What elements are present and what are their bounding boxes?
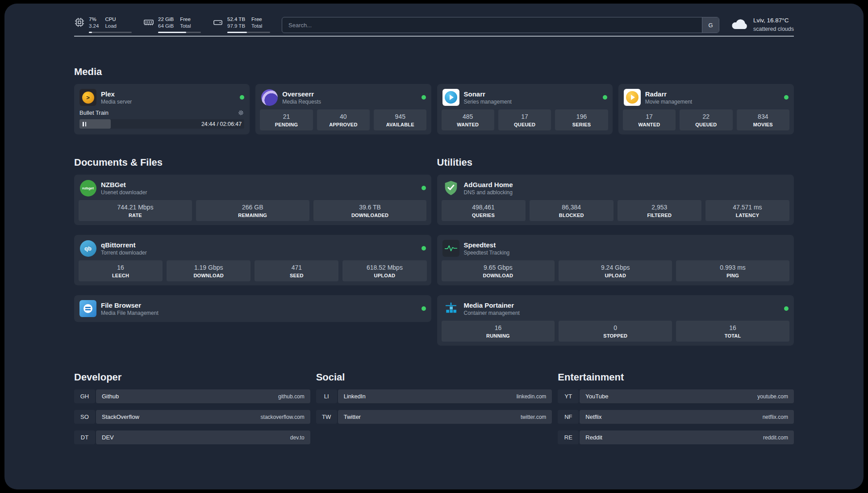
qbittorrent-header[interactable]: qb qBittorrent Torrent downloader (79, 239, 427, 260)
sonarr-stat-series: 196 SERIES (555, 109, 608, 130)
bookmark-name: Netflix (585, 414, 601, 420)
adguard-header[interactable]: AdGuard Home DNS and adblocking (442, 179, 790, 200)
plex-now-playing: Bullet Train 24:44 / 02:06:47 (79, 109, 245, 129)
bookmark-name: Twitter (344, 414, 361, 420)
memory-widget: 22 GiB 64 GiB Free Total (143, 16, 201, 33)
memory-free-value: 22 GiB (158, 16, 174, 23)
nzbget-stat-rate: 744.21 Mbps RATE (79, 200, 192, 221)
qbittorrent-stat-seed: 471 SEED (255, 260, 338, 281)
developer-section-title: Developer (74, 372, 310, 383)
overseerr-stat-available: 945 AVAILABLE (374, 109, 426, 130)
cpu-icon (74, 17, 85, 28)
bookmark-twitter[interactable]: TW Twittertwitter.com (316, 410, 552, 424)
service-card-plex: Plex Media server Bullet Train (74, 84, 250, 134)
sonarr-stat-wanted: 485 WANTED (442, 109, 494, 130)
overseerr-subtitle: Media Requests (282, 99, 321, 105)
bookmark-url: linkedin.com (517, 393, 547, 400)
plex-header[interactable]: Plex Media server (79, 88, 245, 109)
bookmark-url: stackoverflow.com (261, 414, 305, 420)
weather-condition: scattered clouds (753, 25, 794, 33)
plex-track-title: Bullet Train (79, 109, 108, 116)
filebrowser-header[interactable]: File Browser Media File Management (79, 299, 427, 318)
section-developer: Developer GH Githubgithub.com SO StackOv… (74, 372, 310, 444)
gear-icon[interactable] (238, 109, 244, 116)
social-section-title: Social (316, 372, 552, 383)
portainer-header[interactable]: Media Portainer Container management (442, 299, 790, 321)
overseerr-stat-approved: 40 APPROVED (317, 109, 370, 130)
service-card-adguard: AdGuard Home DNS and adblocking 498,461 … (437, 175, 794, 225)
bookmark-name: LinkedIn (344, 393, 366, 400)
radarr-status-dot (784, 95, 789, 100)
bookmark-url: reddit.com (763, 435, 788, 441)
bookmark-url: youtube.com (757, 393, 788, 400)
memory-total-label: Total (180, 23, 191, 29)
portainer-stat-total: 16 TOTAL (676, 321, 789, 342)
section-entertainment: Entertainment YT YouTubeyoutube.com NF N… (558, 372, 794, 444)
portainer-stat-stopped: 0 STOPPED (559, 321, 672, 342)
overseerr-status-dot (421, 95, 426, 100)
memory-icon (143, 17, 154, 28)
speedtest-header[interactable]: Speedtest Speedtest Tracking (442, 239, 790, 260)
bookmark-name: Reddit (585, 434, 602, 441)
disk-widget: 52.4 TB 97.9 TB Free Total (213, 16, 270, 33)
sonarr-subtitle: Series management (464, 99, 512, 105)
pause-icon[interactable] (83, 122, 86, 126)
bookmark-name: YouTube (585, 393, 608, 400)
bookmark-dev[interactable]: DT DEVdev.to (74, 430, 310, 444)
radarr-icon (624, 89, 641, 106)
adguard-name: AdGuard Home (464, 181, 513, 188)
adguard-icon (442, 180, 459, 196)
radarr-header[interactable]: Radarr Movie management (623, 88, 789, 109)
bookmark-linkedin[interactable]: LI LinkedInlinkedin.com (316, 389, 552, 403)
speedtest-name: Speedtest (464, 241, 510, 249)
nzbget-header[interactable]: nzbget NZBGet Usenet downloader (79, 179, 427, 200)
overseerr-name: Overseerr (282, 90, 321, 98)
bookmark-reddit[interactable]: RE Redditreddit.com (558, 430, 794, 444)
radarr-stat-movies: 834 MOVIES (737, 109, 789, 130)
bookmark-stackoverflow[interactable]: SO StackOverflowstackoverflow.com (74, 410, 310, 424)
plex-progress-bar[interactable]: 24:44 / 02:06:47 (79, 119, 244, 129)
plex-name: Plex (101, 90, 132, 98)
sonarr-icon (442, 89, 459, 106)
service-card-radarr: Radarr Movie management 17 WANTED 22 QUE… (618, 84, 794, 134)
topbar-divider (74, 36, 794, 37)
search-input[interactable] (282, 17, 702, 33)
bookmark-abbr: LI (316, 389, 337, 403)
nzbget-name: NZBGet (101, 181, 147, 188)
radarr-stat-queued: 22 QUEUED (680, 109, 732, 130)
overseerr-icon (261, 89, 278, 106)
search-provider-button[interactable]: G (702, 17, 719, 33)
overseerr-header[interactable]: Overseerr Media Requests (260, 88, 426, 109)
section-documents: Documents & Files nzbget NZBGet Usenet d… (74, 157, 431, 322)
weather-widget: Lviv, 16.87°C scattered clouds (731, 16, 794, 33)
plex-subtitle: Media server (101, 99, 132, 105)
bookmark-url: twitter.com (521, 414, 546, 420)
bookmark-abbr: NF (558, 410, 579, 424)
bookmark-netflix[interactable]: NF Netflixnetflix.com (558, 410, 794, 424)
speedtest-stat-upload: 9.24 Gbps UPLOAD (559, 260, 672, 281)
filebrowser-subtitle: Media File Management (101, 310, 159, 316)
speedtest-stat-download: 9.65 Gbps DOWNLOAD (442, 260, 555, 281)
sonarr-status-dot (603, 95, 607, 100)
portainer-name: Media Portainer (464, 301, 520, 309)
service-card-sonarr: Sonarr Series management 485 WANTED 17 Q… (437, 84, 613, 134)
bookmark-abbr: YT (558, 389, 579, 403)
cpu-load-value: 3.24 (89, 23, 99, 29)
disk-total-value: 97.9 TB (227, 23, 245, 29)
search-bar: G (282, 17, 719, 33)
bookmark-abbr: TW (316, 410, 337, 424)
service-card-qbittorrent: qb qBittorrent Torrent downloader 16 LEE… (74, 235, 431, 285)
qbittorrent-icon: qb (79, 240, 96, 257)
portainer-subtitle: Container management (464, 310, 520, 316)
portainer-status-dot (784, 306, 789, 311)
nzbget-icon: nzbget (79, 180, 96, 196)
sonarr-header[interactable]: Sonarr Series management (442, 88, 608, 109)
nzbget-stat-remaining: 266 GB REMAINING (196, 200, 309, 221)
adguard-stat-latency: 47.571 ms LATENCY (705, 200, 789, 221)
bookmark-youtube[interactable]: YT YouTubeyoutube.com (558, 389, 794, 403)
service-card-nzbget: nzbget NZBGet Usenet downloader 744.21 M… (74, 175, 431, 225)
bookmark-github[interactable]: GH Githubgithub.com (74, 389, 310, 403)
service-card-filebrowser: File Browser Media File Management (74, 295, 431, 322)
cpu-widget: 7% 3.24 CPU Load (74, 16, 132, 33)
bookmark-name: DEV (102, 434, 114, 441)
